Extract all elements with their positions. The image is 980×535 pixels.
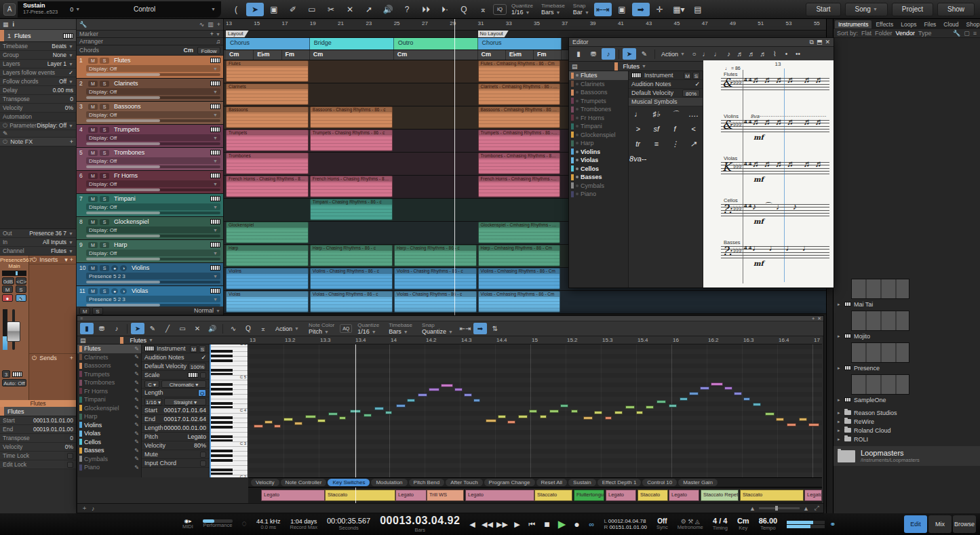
black-key[interactable] (210, 421, 233, 424)
strip-keyboard-icon[interactable] (12, 372, 22, 377)
instrument-thumbnail[interactable] (851, 279, 909, 299)
musical-symbol-button[interactable]: ⋮ (666, 136, 684, 151)
midi-event[interactable]: Flutes - Cmhasing Rhythms - 86 - Cm (478, 60, 561, 82)
chord-event[interactable]: E♭m (506, 50, 534, 60)
score-track-item[interactable]: Timpani (569, 122, 628, 131)
film-icon[interactable]: ▤ (689, 3, 707, 16)
track-header-violas[interactable]: 11MS●◑ViolasPresence 5 2 3▼ (77, 286, 223, 309)
note-field-value[interactable]: 00017.01.01.64 (163, 407, 206, 414)
arrow-tool[interactable]: ➤ (623, 48, 636, 60)
black-key[interactable] (210, 459, 233, 462)
midi-event[interactable]: Violins - Chasing Rhythms - 86 - c (310, 268, 393, 290)
sort-option-type[interactable]: Type (918, 30, 932, 37)
browser-tab-shop[interactable]: Shop (963, 20, 980, 28)
midi-note[interactable] (264, 420, 273, 424)
pr-add-icon[interactable]: ＋ (81, 504, 87, 513)
midi-event[interactable]: Trombones (226, 153, 309, 174)
track-lane-violas[interactable]: ViolasViolas - Chasing Rhythms - 86 - cV… (224, 291, 826, 314)
page-button-show[interactable]: Show (937, 3, 975, 16)
note-duration-button-1[interactable]: ♩ (701, 48, 711, 60)
piano-track-item[interactable]: Trumpets✎ (77, 370, 141, 379)
midi-note[interactable] (498, 415, 506, 418)
black-key[interactable] (210, 369, 233, 372)
musical-symbol-button[interactable]: ↗ (684, 136, 703, 151)
pr-zoom-slider[interactable] (759, 507, 800, 509)
inspector-row-value[interactable]: 0.00 ms (53, 87, 73, 94)
bend-tool[interactable]: ➚ (360, 3, 378, 16)
midi-note[interactable] (540, 415, 547, 418)
track-volume-slider[interactable] (86, 96, 220, 99)
track-header-violins[interactable]: 10MS●◑ViolinsPresence 5 2 3▼ (77, 263, 223, 286)
mute-tool[interactable]: ✕ (191, 323, 204, 334)
track-volume-slider[interactable] (86, 258, 220, 260)
instrument-thumbnail[interactable] (851, 342, 909, 363)
midi-note[interactable] (656, 400, 666, 403)
monitor-button[interactable]: ◑ (120, 288, 127, 294)
mute-button[interactable]: M (88, 242, 98, 248)
notation-view[interactable]: 13♩ = 86Flutes&♭♭♭4 4♬♬♬♬ ♬♬♬♬ ♬♬♬♬ ♬♬♬V… (703, 60, 834, 288)
midi-note[interactable] (473, 399, 480, 402)
black-key[interactable] (210, 359, 233, 362)
midi-note[interactable] (464, 393, 472, 397)
inspector-row-value[interactable]: 0% (65, 104, 73, 111)
score-track-item[interactable]: Cellos (569, 165, 628, 174)
sort-option-folder[interactable]: Folder (875, 30, 893, 37)
session-caret-icon[interactable]: ▼ (75, 7, 80, 12)
note-duration-button-0[interactable]: ○ (689, 48, 699, 60)
piano-track-item[interactable]: Harp✎ (77, 412, 141, 421)
in-value[interactable]: All Inputs (43, 239, 66, 245)
midi-note[interactable] (317, 419, 326, 422)
expand-arrow-icon[interactable]: ▸ (838, 334, 842, 339)
midi-note[interactable] (680, 397, 688, 401)
arranger-section[interactable]: Chorus (478, 38, 562, 49)
piano-pin-icon[interactable]: ⌖ (812, 316, 815, 321)
midi-note[interactable] (776, 418, 784, 421)
inspector-row-value[interactable]: Off (59, 78, 66, 85)
inspector-row-value[interactable]: Beats (52, 43, 66, 49)
chord-event[interactable]: Cm (478, 50, 506, 60)
sends-add-icon[interactable]: + (70, 355, 73, 361)
play-button[interactable]: ▶ (554, 518, 569, 530)
pencil-icon[interactable]: ✎ (134, 456, 139, 462)
piano-track-item[interactable]: Cellos✎ (77, 438, 141, 447)
pr-expand-icon[interactable]: ⤢ (815, 504, 819, 512)
note-duration-button-2[interactable]: ♩ (712, 48, 722, 60)
solo-button[interactable]: S (100, 81, 109, 87)
no-layout-flag[interactable]: No Layout (478, 31, 509, 37)
keyswitch-block[interactable]: Legato (669, 490, 699, 501)
piano-track-item[interactable]: Piano✎ (77, 463, 141, 472)
loop-range[interactable]: L 00012.04.04.78 R 00151.01.01.00 (604, 518, 647, 530)
keyswitch-block[interactable]: Staccato (740, 490, 804, 501)
browser-tab-files[interactable]: Files (920, 20, 939, 28)
score-track-item[interactable]: Violins (569, 148, 628, 157)
mute-button[interactable]: M (88, 219, 98, 225)
track-dropdown[interactable]: Display: Off▼ (86, 226, 220, 233)
piano-track-item[interactable]: Violins✎ (77, 421, 141, 430)
event-row-value[interactable]: 0% (65, 443, 73, 450)
midi-note[interactable] (294, 422, 302, 425)
black-key[interactable] (210, 426, 233, 429)
track-header-trombones[interactable]: 5MSTrombonesDisplay: Off▼ (77, 148, 223, 171)
expand-arrow-icon[interactable]: ▸ (838, 410, 842, 416)
pencil-tool[interactable]: ✐ (284, 3, 302, 16)
track-keyboard-icon[interactable] (210, 219, 220, 224)
musical-symbol-button[interactable]: 8va-- (629, 151, 647, 166)
master-solo-button[interactable]: S (92, 307, 103, 315)
keyswitch-block[interactable]: Legato (465, 490, 534, 501)
score-track-item[interactable]: Clarinets (569, 80, 628, 89)
track-header-trumpets[interactable]: 4MSTrumpetsDisplay: Off▼ (77, 125, 223, 148)
pencil-icon[interactable]: ✎ (134, 448, 139, 454)
keyswitch-block[interactable]: Staccato (534, 490, 572, 501)
note-duration-button-3[interactable]: ♪ (724, 48, 734, 60)
keyboard-octave[interactable]: C 6 (210, 344, 248, 375)
channel-value[interactable]: Flutes (51, 247, 66, 254)
expand-arrow-icon[interactable]: ▸ (838, 365, 842, 371)
track-header-fr-horns[interactable]: 6MSFr HornsDisplay: Off▼ (77, 171, 223, 194)
midi-event[interactable]: Timpani - Chasing Rhythms - 86 - c (310, 199, 393, 220)
zoom-icon[interactable]: Q (455, 3, 473, 16)
piano-close-icon[interactable]: ✕ (817, 316, 821, 321)
metronome-controls[interactable]: ⚙ ⚒ ◬Metronome (678, 518, 703, 531)
pencil-icon[interactable]: ✎ (134, 371, 139, 377)
chord-event[interactable]: Cm (394, 50, 478, 60)
track-volume-slider[interactable] (86, 142, 220, 145)
